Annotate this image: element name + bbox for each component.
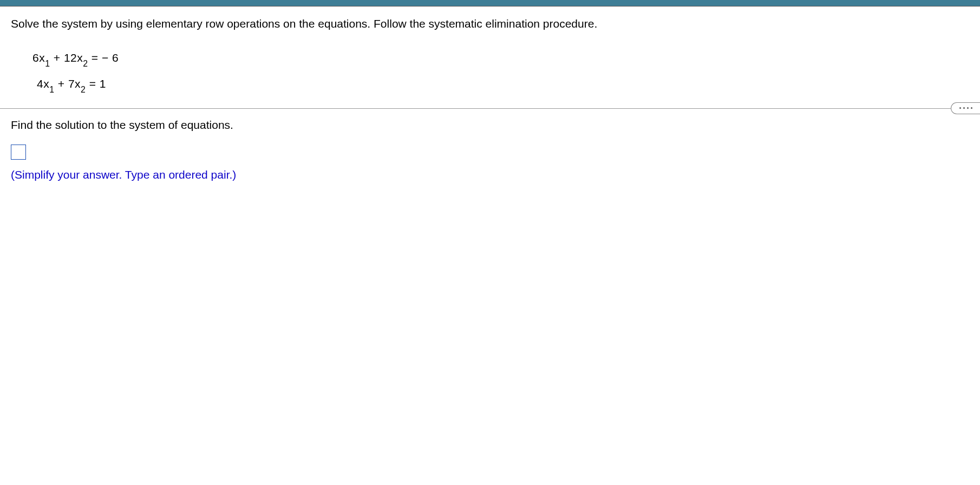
section-divider [0, 108, 980, 109]
eq2-term2-coef: 7x [68, 77, 81, 90]
answer-prompt: Find the solution to the system of equat… [11, 119, 969, 132]
eq2-plus: + [54, 77, 68, 90]
question-content: Solve the system by using elementary row… [0, 6, 980, 181]
eq1-rhs: = − 6 [88, 51, 119, 64]
eq2-rhs: = 1 [86, 77, 106, 90]
eq1-term1-coef: 6x [32, 51, 45, 64]
eq2-term1-sub: 1 [49, 85, 54, 94]
more-options-toggle[interactable] [951, 102, 980, 114]
equation-1: 6x1 + 12x2 = − 6 [32, 45, 969, 71]
system-of-equations: 6x1 + 12x2 = − 6 4x1 + 7x2 = 1 [32, 45, 969, 97]
eq1-term2-sub: 2 [83, 59, 88, 68]
top-accent-bar [0, 0, 980, 6]
eq1-plus: + [50, 51, 63, 64]
answer-input[interactable] [11, 145, 26, 160]
eq2-term2-sub: 2 [81, 85, 86, 94]
eq2-term1-coef: 4x [37, 77, 49, 90]
section-divider-wrap [11, 108, 969, 109]
answer-format-hint: (Simplify your answer. Type an ordered p… [11, 168, 969, 181]
equation-2: 4x1 + 7x2 = 1 [32, 71, 969, 97]
eq1-term2-coef: 12x [64, 51, 83, 64]
eq1-term1-sub: 1 [45, 59, 50, 68]
question-instruction: Solve the system by using elementary row… [11, 17, 969, 30]
ellipsis-icon [959, 107, 972, 109]
